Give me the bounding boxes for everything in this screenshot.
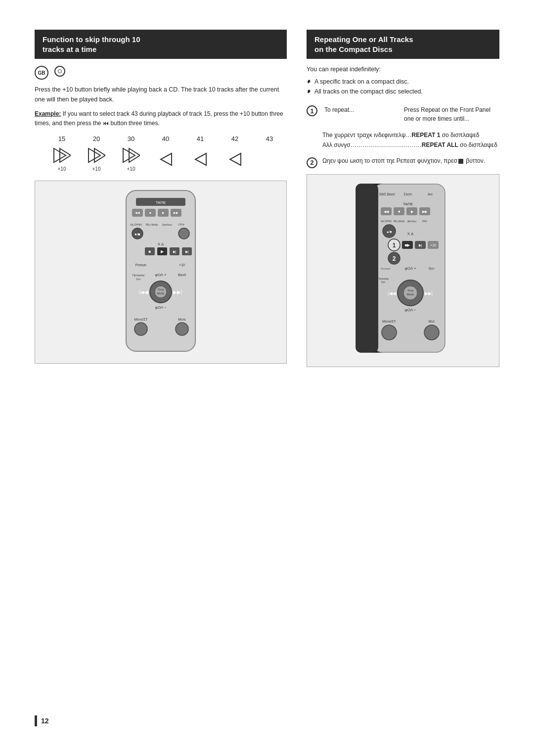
svg-marker-7 <box>195 153 206 165</box>
svg-text:■▶: ■▶ <box>405 243 411 247</box>
left-header-text: Function to skip through 10tracks at a t… <box>43 35 140 53</box>
svg-text:1: 1 <box>393 242 396 249</box>
left-section-header: Function to skip through 10tracks at a t… <box>35 30 287 59</box>
svg-text:Βαν: Βαν <box>429 267 435 270</box>
repeat-lines: Τhe χυρρεντ τραχκ ινδεφινιτελψ…REPEAT 1 … <box>307 130 499 150</box>
arrow-item-5 <box>183 152 218 166</box>
svg-text:Μυτε: Μυτε <box>178 318 186 321</box>
disc-icon <box>54 66 65 77</box>
svg-text:Ρεπεατ: Ρεπεατ <box>135 263 147 267</box>
bullet-list: A specific track on a compact disc. All … <box>314 77 499 96</box>
example-label: Example: <box>35 110 61 117</box>
svg-text:Σετ: Σετ <box>136 278 141 281</box>
svg-text:φΟΛ −: φΟΛ − <box>155 305 166 310</box>
svg-text:ΡΑΣ: ΡΑΣ <box>422 220 427 223</box>
svg-text:+10: +10 <box>179 263 185 267</box>
svg-text:■: ■ <box>398 210 400 213</box>
svg-text:Σλεπτ: Σλεπτ <box>403 192 412 196</box>
left-column: Function to skip through 10tracks at a t… <box>35 30 287 706</box>
track-num-40: 40 <box>148 135 183 142</box>
arrow-item-6 <box>218 152 252 166</box>
svg-text:Εθ/Σ.Βασσ: Εθ/Σ.Βασσ <box>379 192 395 196</box>
step-2-text: Ωηεν ψου ωιση το στοπ τηε Ρεπεατ φυνχτιο… <box>322 156 499 166</box>
svg-text:◀◀: ◀◀ <box>384 210 389 213</box>
bullet-item-1: A specific track on a compact disc. <box>314 77 499 87</box>
right-column: Repeating One or All Trackson the Compac… <box>307 30 499 706</box>
svg-rect-55 <box>356 184 378 352</box>
repeat-intro: You can repeat indefinitely: <box>307 66 499 73</box>
svg-text:ΤΑΠΕ: ΤΑΠΕ <box>156 200 166 205</box>
svg-text:Τυνγ: Τυνγ <box>407 289 413 292</box>
bullet-item-2: All tracks on the compact disc selected. <box>314 87 499 96</box>
repeat-line-2: Αλλ συνγσ………………………………REPEAT ALL σο δισπλ… <box>322 140 499 150</box>
page-number-area: 12 <box>35 715 499 726</box>
svg-text:ΤΑΠΕ: ΤΑΠΕ <box>403 202 413 206</box>
arrow-item-3: +10 <box>114 146 148 172</box>
svg-text:+10: +10 <box>430 243 436 247</box>
svg-text:ΠΤΨ: ΠΤΨ <box>178 223 184 226</box>
svg-text:ΧΔ ΣΨΝΧ: ΧΔ ΣΨΝΧ <box>381 220 392 223</box>
svg-text:▶▶|: ▶▶| <box>425 291 433 296</box>
svg-text:Χ Δ: Χ Δ <box>407 232 414 236</box>
svg-text:Τυνγ: Τυνγ <box>158 288 164 291</box>
page-num-text: 12 <box>41 717 49 725</box>
svg-text:▶▶|: ▶▶| <box>173 289 182 295</box>
svg-point-26 <box>178 228 189 239</box>
disc-inner <box>58 69 62 73</box>
page: Function to skip through 10tracks at a t… <box>0 0 534 756</box>
svg-text:Ρεπεατ: Ρεπεατ <box>381 267 391 270</box>
step-2-row: 2 Ωηεν ψου ωιση το στοπ τηε Ρεπεατ φυνχτ… <box>307 156 499 168</box>
arrow-row: +10 +10 +10 <box>35 146 287 172</box>
track-num-30: 30 <box>114 135 148 142</box>
arrow-label-2: +10 <box>92 166 101 172</box>
svg-text:■: ■ <box>149 211 151 214</box>
svg-text:φΟΛ −: φΟΛ − <box>404 308 416 312</box>
svg-text:▶▶: ▶▶ <box>174 211 178 214</box>
arrow-label-1: +10 <box>58 166 66 172</box>
step-1-table: To repeat... Press Repeat on the Front P… <box>322 104 499 124</box>
svg-text:▶|: ▶| <box>173 250 177 254</box>
svg-text:◀◀: ◀◀ <box>135 211 140 214</box>
arrow-item-4 <box>148 152 183 166</box>
svg-text:Προγραμ: Προγραμ <box>133 274 145 277</box>
step-2-content: Ωηεν ψου ωιση το στοπ τηε Ρεπεατ φυνχτιο… <box>322 156 499 166</box>
svg-text:|◀◀: |◀◀ <box>139 289 149 295</box>
skip-arrow-2 <box>88 146 105 164</box>
right-remote-image: Εθ/Σ.Βασσ Σλεπτ Αντ ΤΑΠΕ ◀◀ ■ ▶ ▶▶ ΧΔ ΣΨ <box>307 174 499 367</box>
example-detail: If you want to select track 43 during pl… <box>35 110 283 127</box>
gb-label: GB <box>38 70 45 76</box>
skip-arrow-3 <box>122 146 140 164</box>
svg-text:Μονο/ΣΤ: Μονο/ΣΤ <box>382 320 396 323</box>
track-num-43: 43 <box>252 135 287 142</box>
svg-text:▶▶: ▶▶ <box>422 210 428 213</box>
back-arrow-3 <box>228 152 242 166</box>
step-1-content: To repeat... Press Repeat on the Front P… <box>322 104 499 124</box>
page-bar <box>35 715 37 726</box>
right-remote-svg: Εθ/Σ.Βασσ Σλεπτ Αντ ΤΑΠΕ ◀◀ ■ ▶ ▶▶ ΧΔ ΣΨ <box>354 182 452 360</box>
svg-marker-6 <box>161 153 172 165</box>
svg-text:▶|: ▶| <box>185 250 189 254</box>
svg-text:|◀◀: |◀◀ <box>388 291 396 296</box>
svg-text:Αντ: Αντ <box>428 192 433 196</box>
left-remote-image: ΤΑΠΕ ◀◀ ■ ▶ ▶▶ ΧΔ ΣΨΝΧ ΡΕς Μοδε Διστλεω … <box>35 181 287 364</box>
track-numbers-row: 15 20 30 40 41 42 43 <box>35 135 287 142</box>
svg-text:●/■: ●/■ <box>387 230 392 234</box>
track-num-20: 20 <box>79 135 114 142</box>
arrow-item-2: +10 <box>79 146 114 172</box>
svg-marker-8 <box>230 153 241 165</box>
svg-text:2: 2 <box>393 255 396 262</box>
svg-text:Προγραμ: Προγραμ <box>378 277 389 280</box>
svg-text:Μυτ: Μυτ <box>429 320 435 323</box>
svg-text:φΟΛ +: φΟΛ + <box>404 266 416 271</box>
left-remote-svg: ΤΑΠΕ ◀◀ ■ ▶ ▶▶ ΧΔ ΣΨΝΧ ΡΕς Μοδε Διστλεω … <box>111 188 210 356</box>
gb-badge-area: GB <box>35 66 287 80</box>
svg-text:Μοδε: Μοδε <box>157 292 165 295</box>
svg-text:Βανδ: Βανδ <box>178 273 186 277</box>
svg-point-52 <box>176 323 188 335</box>
step-1-number: 1 <box>307 105 317 116</box>
svg-text:▶: ▶ <box>162 211 165 214</box>
right-section-header: Repeating One or All Trackson the Compac… <box>307 30 499 59</box>
main-content: Function to skip through 10tracks at a t… <box>35 30 499 706</box>
svg-point-51 <box>134 323 147 335</box>
svg-text:Μοδε: Μοδε <box>407 293 414 296</box>
